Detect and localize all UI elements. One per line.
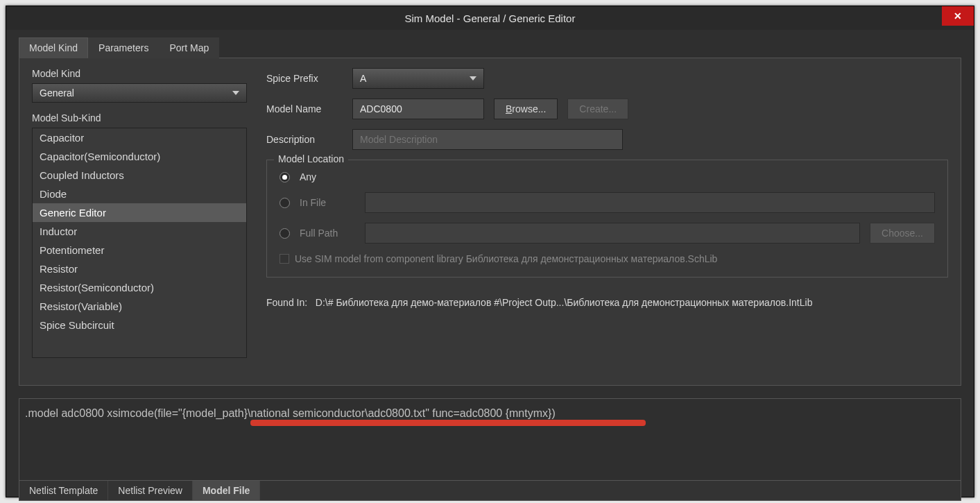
model-file-text[interactable]: .model adc0800 xsimcode(file="{model_pat…: [19, 399, 961, 420]
chevron-down-icon: [470, 76, 476, 80]
radio-any[interactable]: [280, 172, 290, 182]
full-path-input[interactable]: [365, 223, 860, 244]
close-button[interactable]: ✕: [942, 6, 974, 26]
code-panel: .model adc0800 xsimcode(file="{model_pat…: [19, 398, 961, 501]
top-tabstrip: Model Kind Parameters Port Map: [19, 37, 961, 58]
choose-button: Choose...: [870, 223, 935, 244]
subkind-item[interactable]: Capacitor: [33, 128, 246, 147]
close-icon: ✕: [954, 10, 962, 22]
sim-model-dialog: Sim Model - General / Generic Editor ✕ M…: [6, 6, 974, 497]
use-sim-label: Use SIM model from component library Биб…: [295, 253, 717, 264]
subkind-item[interactable]: Generic Editor: [33, 203, 246, 222]
subkind-item[interactable]: Capacitor(Semiconductor): [33, 147, 246, 166]
window-title: Sim Model - General / Generic Editor: [405, 12, 576, 24]
model-name-input[interactable]: [352, 99, 484, 119]
description-label: Description: [266, 134, 343, 145]
spice-prefix-combo[interactable]: A: [352, 68, 484, 89]
use-sim-row: Use SIM model from component library Биб…: [280, 253, 935, 264]
radio-in-file-label: In File: [300, 197, 355, 208]
subkind-item[interactable]: Spice Subcircuit: [33, 316, 246, 334]
tab-netlist-preview[interactable]: Netlist Preview: [108, 481, 193, 500]
model-kind-label: Model Kind: [32, 68, 247, 79]
tab-port-map[interactable]: Port Map: [159, 37, 219, 58]
model-subkind-list[interactable]: Capacitor Capacitor(Semiconductor) Coupl…: [32, 128, 247, 358]
titlebar: Sim Model - General / Generic Editor ✕: [6, 6, 974, 30]
model-subkind-label: Model Sub-Kind: [32, 112, 247, 123]
subkind-item[interactable]: Coupled Inductors: [33, 166, 246, 185]
subkind-item[interactable]: Resistor(Variable): [33, 297, 246, 316]
spice-prefix-value: A: [360, 73, 366, 84]
subkind-item[interactable]: Potentiometer: [33, 241, 246, 259]
browse-button[interactable]: Browse...: [494, 99, 558, 119]
model-kind-value: General: [40, 87, 74, 99]
subkind-item[interactable]: Resistor(Semiconductor): [33, 278, 246, 297]
tab-model-file[interactable]: Model File: [193, 481, 260, 500]
radio-in-file[interactable]: [280, 198, 290, 208]
found-in-value: D:\# Библиотека для демо-материалов #\Pr…: [316, 297, 813, 308]
radio-full-path[interactable]: [280, 228, 290, 239]
radio-full-path-label: Full Path: [300, 228, 355, 239]
tab-model-kind[interactable]: Model Kind: [19, 37, 88, 58]
radio-any-label: Any: [300, 171, 355, 182]
model-kind-combo[interactable]: General: [32, 83, 247, 103]
model-location-legend: Model Location: [274, 153, 348, 164]
description-input[interactable]: [352, 129, 623, 150]
use-sim-checkbox[interactable]: [280, 254, 289, 264]
model-location-group: Model Location Any In File Full Path: [266, 160, 948, 278]
model-name-label: Model Name: [266, 103, 343, 114]
subkind-item[interactable]: Inductor: [33, 222, 246, 241]
spice-prefix-label: Spice Prefix: [266, 73, 343, 84]
found-in-row: Found In: D:\# Библиотека для демо-матер…: [266, 297, 948, 308]
subkind-item[interactable]: Resistor: [33, 259, 246, 278]
create-button: Create...: [567, 99, 628, 119]
chevron-down-icon: [232, 91, 239, 95]
found-in-label: Found In:: [266, 297, 307, 308]
in-file-path-input[interactable]: [365, 192, 935, 213]
highlight-underline: [250, 420, 646, 426]
bottom-tabstrip: Netlist Template Netlist Preview Model F…: [19, 480, 961, 500]
model-kind-panel: Model Kind General Model Sub-Kind Capaci…: [19, 58, 961, 386]
tab-parameters[interactable]: Parameters: [88, 37, 159, 58]
subkind-item[interactable]: Diode: [33, 185, 246, 203]
tab-netlist-template[interactable]: Netlist Template: [19, 481, 108, 500]
